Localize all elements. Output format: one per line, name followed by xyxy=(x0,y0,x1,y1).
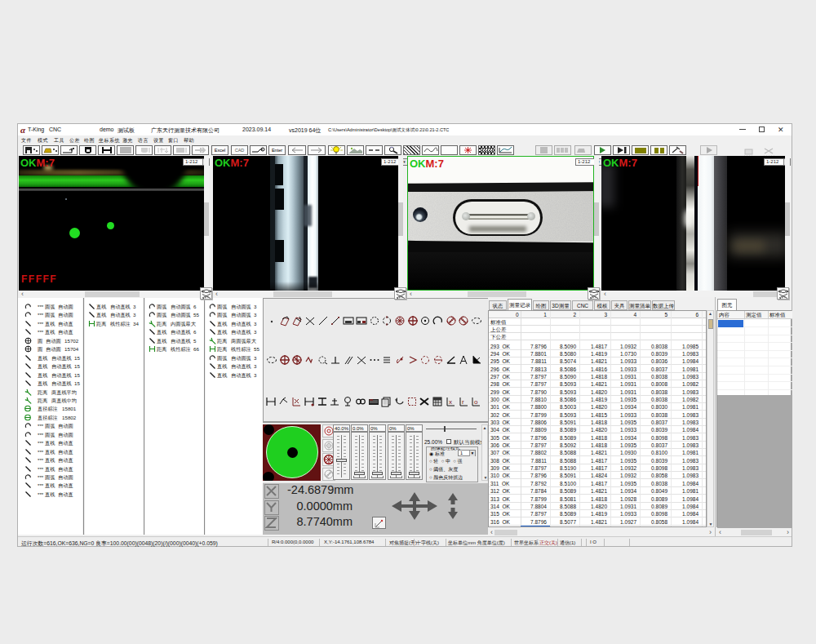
svg-text:o: o xyxy=(474,398,478,406)
svg-text:x: x xyxy=(449,398,452,406)
svg-text:r: r xyxy=(462,398,464,406)
